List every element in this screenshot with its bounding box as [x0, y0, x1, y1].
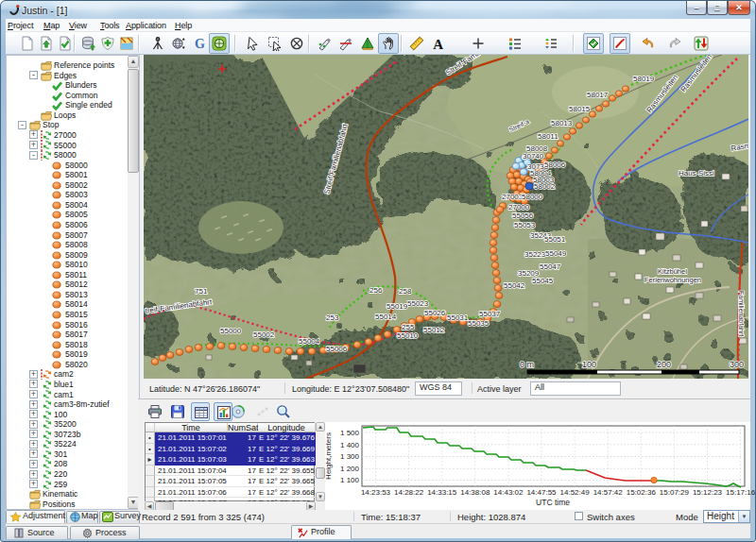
svg-text:58019: 58019 — [633, 75, 655, 83]
svg-text:Kitzbühel: Kitzbühel — [658, 267, 687, 276]
svg-text:256: 256 — [369, 286, 383, 295]
svg-text:55012: 55012 — [423, 326, 445, 334]
svg-text:55002: 55002 — [253, 330, 275, 339]
svg-text:14:47:55: 14:47:55 — [526, 488, 557, 497]
svg-text:0 m: 0 m — [520, 360, 534, 369]
svg-text:Familienabfahrt: Familienabfahrt — [738, 291, 745, 336]
svg-text:14:52:49: 14:52:49 — [560, 488, 591, 497]
svg-text:Height,meters: Height,meters — [324, 432, 333, 480]
svg-text:55026: 55026 — [424, 309, 446, 317]
svg-text:55010: 55010 — [397, 331, 419, 340]
svg-text:255: 255 — [402, 323, 415, 331]
svg-text:58008: 58008 — [526, 144, 548, 153]
svg-text:100: 100 — [582, 360, 596, 369]
svg-text:55045: 55045 — [532, 277, 554, 285]
svg-text:14:23:53: 14:23:53 — [361, 488, 391, 497]
svg-text:15:17:16: 15:17:16 — [726, 488, 756, 497]
svg-text:14:57:42: 14:57:42 — [593, 488, 624, 497]
svg-text:258: 258 — [399, 287, 412, 296]
svg-text:751: 751 — [195, 287, 208, 296]
svg-text:14:38:08: 14:38:08 — [460, 488, 490, 497]
svg-text:55019: 55019 — [387, 302, 408, 311]
svg-text:14:28:22: 14:28:22 — [394, 488, 424, 497]
svg-text:15:07:29: 15:07:29 — [660, 488, 690, 497]
svg-text:27003: 27003 — [502, 193, 524, 201]
svg-text:15:02:36: 15:02:36 — [627, 488, 657, 497]
svg-text:58017: 58017 — [587, 91, 609, 99]
svg-text:55037: 55037 — [479, 310, 501, 318]
svg-text:55004: 55004 — [299, 337, 320, 346]
svg-text:A: A — [433, 37, 443, 52]
svg-text:Ferienwohnungen: Ferienwohnungen — [644, 276, 701, 284]
svg-text:55056: 55056 — [512, 212, 534, 220]
svg-text:55051: 55051 — [544, 235, 566, 244]
svg-text:G: G — [195, 37, 205, 51]
svg-text:300: 300 — [730, 360, 744, 369]
svg-text:58006: 58006 — [544, 161, 566, 169]
svg-text:14:33:15: 14:33:15 — [427, 488, 457, 497]
svg-text:35223: 35223 — [524, 250, 546, 259]
svg-text:1 100: 1 100 — [340, 476, 360, 484]
svg-text:58011: 58011 — [538, 132, 558, 141]
svg-text:55031: 55031 — [447, 313, 469, 322]
svg-text:58015: 58015 — [569, 105, 591, 113]
svg-text:55006: 55006 — [326, 345, 348, 353]
svg-text:253: 253 — [326, 313, 339, 322]
svg-text:1 200: 1 200 — [340, 465, 360, 473]
svg-text:30740: 30740 — [523, 152, 544, 161]
svg-text:55049: 55049 — [545, 249, 567, 258]
svg-text:55047: 55047 — [540, 263, 561, 271]
svg-text:Haus Sissi: Haus Sissi — [679, 169, 714, 178]
svg-text:14:43:02: 14:43:02 — [493, 488, 524, 497]
svg-text:200: 200 — [657, 360, 671, 369]
svg-text:1 300: 1 300 — [340, 452, 360, 461]
svg-text:1 400: 1 400 — [340, 441, 360, 449]
svg-text:55023: 55023 — [407, 299, 429, 308]
svg-text:15:12:23: 15:12:23 — [693, 488, 723, 497]
svg-text:58002: 58002 — [534, 182, 556, 191]
svg-text:58013: 58013 — [551, 119, 573, 127]
svg-text:27000: 27000 — [508, 203, 530, 212]
svg-text:58000: 58000 — [522, 193, 543, 201]
svg-text:UTC time: UTC time — [536, 498, 570, 507]
svg-text:55035: 55035 — [468, 319, 490, 328]
svg-text:55042: 55042 — [504, 281, 525, 290]
svg-text:55053: 55053 — [514, 221, 536, 229]
svg-text:55014: 55014 — [375, 313, 397, 321]
svg-text:55000: 55000 — [220, 327, 242, 335]
svg-text:1 500: 1 500 — [340, 429, 360, 437]
